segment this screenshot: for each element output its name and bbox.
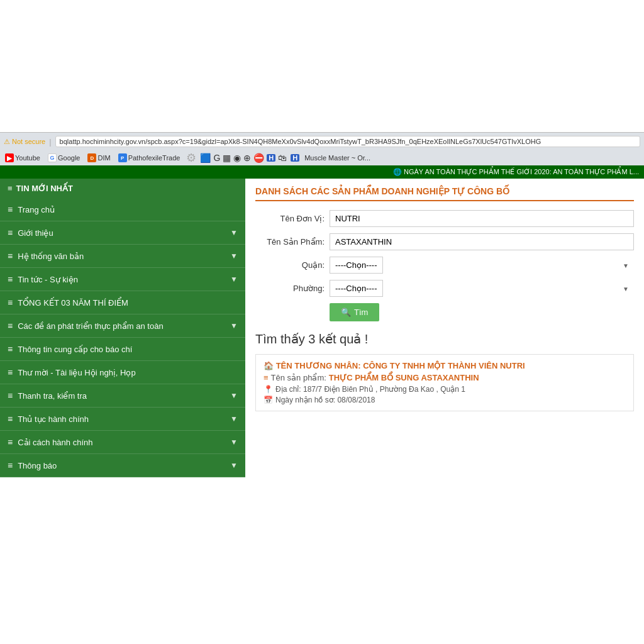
ext-icon-7: H	[267, 154, 275, 162]
menu-lines-icon: ≡	[8, 414, 13, 424]
bookmark-youtube[interactable]: ▶ Youtube	[3, 153, 43, 163]
sidebar-item-thanh-tra[interactable]: ≡ Thanh tra, kiểm tra ▼	[0, 384, 245, 408]
bookmark-youtube-label: Youtube	[15, 154, 40, 162]
form-row-don-vi: Tên Đơn Vị:	[255, 210, 634, 227]
sidebar-item-gioi-thieu[interactable]: ≡ Giới thiệu ▼	[0, 221, 245, 245]
chevron-down-icon: ▼	[230, 321, 238, 330]
bookmark-path-label: PathofexileTrade	[128, 154, 180, 162]
quan-select-wrapper: ----Chọn----	[330, 257, 634, 274]
result-date: 📅 Ngày nhận hồ sơ: 08/08/2018	[264, 396, 626, 404]
top-whitespace	[0, 0, 644, 132]
company-name: CÔNG TY TNHH MỘT THÀNH VIÊN NUTRI	[363, 361, 525, 370]
bookmark-dim-label: DIM	[97, 154, 110, 162]
browser-chrome: ⚠ Not secure | bqlattp.hochiminhcity.gov…	[0, 132, 644, 165]
menu-lines-icon: ≡	[8, 460, 13, 470]
company-prefix: TÊN THƯƠNG NHÂN:	[276, 361, 361, 370]
sidebar: ≡ TIN MỚI NHẤT ≡ Trang chủ ≡ Giới thiệu …	[0, 179, 245, 644]
notification-bar: 🌐 NGÀY AN TOÀN THỰC PHẨM THẾ GIỚI 2020: …	[0, 165, 644, 179]
sidebar-item-label: Cải cách hành chính	[18, 438, 92, 447]
sidebar-item-label: TỔNG KẾT 03 NĂM THÍ ĐIỂM	[18, 298, 128, 308]
main-layout: ≡ TIN MỚI NHẤT ≡ Trang chủ ≡ Giới thiệu …	[0, 179, 644, 644]
sidebar-item-thu-tuc[interactable]: ≡ Thủ tục hành chính ▼	[0, 408, 245, 431]
sidebar-item-label: Tin tức - Sự kiện	[18, 275, 78, 284]
chevron-down-icon: ▼	[230, 228, 238, 237]
sidebar-item-cai-cach[interactable]: ≡ Cải cách hành chính ▼	[0, 431, 245, 454]
address-text: Địa chỉ: 187/7 Điện Biên Phủ , Phường Đa…	[275, 385, 465, 394]
quan-select[interactable]: ----Chọn----	[330, 257, 383, 274]
sidebar-item-label: Thủ tục hành chính	[18, 414, 89, 424]
sidebar-item-thu-moi[interactable]: ≡ Thư mời - Tài liệu Hội nghị, Họp	[0, 361, 245, 384]
content-area: DANH SÁCH CÁC SẢN PHẨM DOANH NGHIỆP TỰ C…	[245, 179, 644, 644]
product-name: THỰC PHẨM BỔ SUNG ASTAXANTHIN	[329, 373, 479, 382]
website-content: 🌐 NGÀY AN TOÀN THỰC PHẨM THẾ GIỚI 2020: …	[0, 165, 644, 644]
bookmark-pathofexile[interactable]: P PathofexileTrade	[116, 153, 183, 163]
bookmark-google[interactable]: G Google	[45, 153, 82, 163]
location-icon: 📍	[264, 385, 273, 394]
search-button[interactable]: 🔍 Tìm	[330, 303, 379, 321]
chevron-down-icon: ▼	[230, 461, 238, 470]
results-count: Tìm thấy 3 kết quả !	[255, 331, 634, 347]
sidebar-item-label: Thư mời - Tài liệu Hội nghị, Họp	[18, 368, 136, 377]
path-icon: P	[118, 153, 127, 162]
form-row-san-pham: Tên Sản Phẩm:	[255, 233, 634, 250]
chevron-down-icon: ▼	[230, 414, 238, 423]
sidebar-item-label: Các đề án phát triển thực phẩm an toàn	[18, 321, 163, 331]
chevron-down-icon: ▼	[230, 275, 238, 284]
form-row-phuong: Phường: ----Chọn----	[255, 280, 634, 297]
sidebar-item-label: Trang chủ	[18, 205, 55, 214]
content-title: DANH SÁCH CÁC SẢN PHẨM DOANH NGHIỆP TỰ C…	[255, 186, 634, 201]
ext-icon-5: ⊕	[243, 153, 251, 163]
bookmarks-bar: ▶ Youtube G Google D DIM P PathofexileTr…	[0, 150, 644, 165]
menu-lines-icon: ≡	[8, 228, 13, 238]
phuong-select[interactable]: ----Chọn----	[330, 280, 383, 297]
don-vi-input[interactable]	[330, 210, 634, 227]
sidebar-item-he-thong-van-ban[interactable]: ≡ Hệ thống văn bản ▼	[0, 245, 245, 268]
phuong-label: Phường:	[255, 284, 325, 293]
bookmark-muscle[interactable]: Muscle Master ~ Or...	[302, 153, 373, 162]
sidebar-item-tin-tuc[interactable]: ≡ Tin tức - Sự kiện ▼	[0, 268, 245, 291]
address-bar: ⚠ Not secure | bqlattp.hochiminhcity.gov…	[0, 133, 644, 150]
search-button-label: Tìm	[354, 308, 368, 317]
menu-lines-icon: ≡	[8, 321, 13, 331]
phuong-select-wrapper: ----Chọn----	[330, 280, 634, 297]
bookmark-dim[interactable]: D DIM	[85, 153, 113, 163]
san-pham-label: Tên Sản Phẩm:	[255, 237, 325, 247]
url-bar[interactable]: bqlattp.hochiminhcity.gov.vn/spcb.aspx?c…	[55, 136, 640, 147]
bookmark-muscle-label: Muscle Master ~ Or...	[304, 154, 370, 162]
ext-icon-2: G	[213, 153, 220, 163]
not-secure-label: Not secure	[12, 138, 45, 145]
sidebar-item-label: Thông báo	[18, 461, 57, 470]
date-text: Ngày nhận hồ sơ: 08/08/2018	[275, 396, 375, 404]
bookmark-google-label: Google	[58, 154, 80, 162]
chevron-down-icon: ▼	[230, 252, 238, 260]
calendar-icon: 📅	[264, 396, 273, 404]
home-icon: 🏠	[264, 361, 274, 370]
chevron-down-icon: ▼	[230, 391, 238, 400]
not-secure-indicator: ⚠ Not secure	[4, 138, 45, 146]
notification-text: NGÀY AN TOÀN THỰC PHẨM THẾ GIỚI 2020: AN…	[404, 168, 639, 175]
san-pham-input[interactable]	[330, 233, 634, 250]
youtube-icon: ▶	[5, 153, 14, 162]
sidebar-item-de-an[interactable]: ≡ Các đề án phát triển thực phẩm an toàn…	[0, 314, 245, 338]
result-address: 📍 Địa chỉ: 187/7 Điện Biên Phủ , Phường …	[264, 385, 626, 394]
sidebar-item-thong-tin[interactable]: ≡ Thông tin cung cấp cho báo chí	[0, 338, 245, 361]
form-row-quan: Quận: ----Chọn----	[255, 257, 634, 274]
sidebar-item-label: Thông tin cung cấp cho báo chí	[18, 345, 132, 354]
search-icon: 🔍	[341, 308, 351, 317]
quan-label: Quận:	[255, 260, 325, 270]
menu-lines-icon: ≡	[8, 367, 13, 377]
sidebar-item-label: Giới thiệu	[18, 228, 53, 238]
sidebar-item-thong-bao[interactable]: ≡ Thông báo ▼	[0, 454, 245, 477]
sidebar-header: ≡ TIN MỚI NHẤT	[0, 179, 245, 198]
ext-icon-3: ▦	[223, 153, 231, 163]
google-icon: G	[48, 153, 57, 162]
result-card-1: 🏠 TÊN THƯƠNG NHÂN: CÔNG TY TNHH MỘT THÀN…	[255, 354, 634, 411]
sidebar-item-trangchu[interactable]: ≡ Trang chủ	[0, 198, 245, 221]
sidebar-item-label: Hệ thống văn bản	[18, 252, 84, 261]
result-product: ≡ Tên sản phẩm: THỰC PHẨM BỔ SUNG ASTAXA…	[264, 373, 626, 382]
warning-triangle-icon: ⚠	[4, 138, 10, 146]
sidebar-item-tong-ket[interactable]: ≡ TỔNG KẾT 03 NĂM THÍ ĐIỂM	[0, 291, 245, 314]
ext-icon-4: ◉	[233, 153, 241, 163]
don-vi-label: Tên Đơn Vị:	[255, 214, 325, 223]
result-company: 🏠 TÊN THƯƠNG NHÂN: CÔNG TY TNHH MỘT THÀN…	[264, 361, 626, 370]
